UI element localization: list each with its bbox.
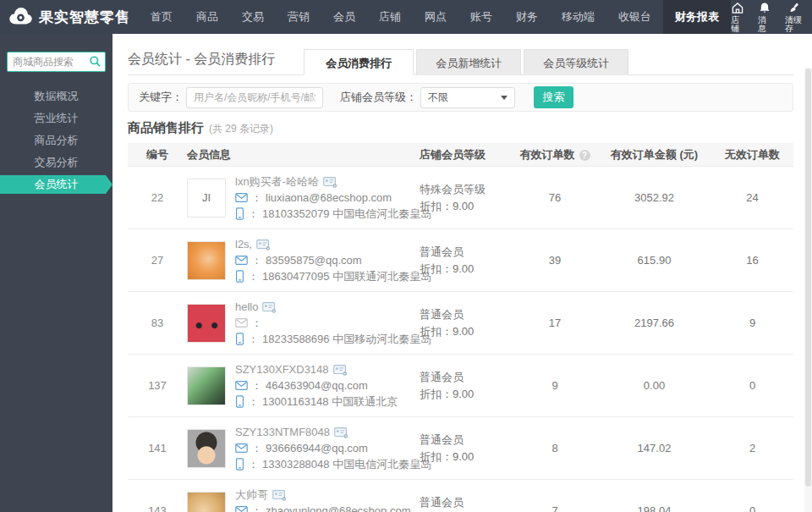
vertical-scrollbar[interactable]	[804, 68, 812, 512]
email-colon: ：	[251, 440, 262, 456]
sidebar-item[interactable]: 数据概况	[0, 87, 112, 106]
member-avatar	[187, 304, 226, 343]
invalid-orders-value: 16	[711, 254, 793, 267]
sidebar-item[interactable]: 交易分析	[0, 153, 112, 172]
nav-menu-item[interactable]: 财务	[504, 0, 550, 34]
nav-menu-item[interactable]: 财务报表	[663, 0, 731, 34]
member-phone: 13303288048 中国电信河北秦皇岛	[262, 456, 431, 472]
table-row: 137 SZY130XFXD3148	[128, 355, 793, 417]
help-icon[interactable]: ?	[579, 150, 590, 161]
grade-select[interactable]: 不限	[420, 87, 515, 108]
top-nav: 果实智慧零售 首页 商品 交易 营销 会员 店铺 网点 账号 财务 移动端 收银…	[0, 0, 812, 34]
invalid-orders-value: 24	[711, 191, 793, 204]
grade-discount: 折扣：9.00	[420, 386, 513, 403]
scrollbar-thumb[interactable]	[805, 69, 811, 487]
email-colon: ：	[251, 190, 262, 206]
page-title: 会员统计 - 会员消费排行	[128, 51, 275, 69]
sidebar: 数据概况 营业统计 商品分析 交易分析 会员统计	[0, 34, 112, 512]
grade-discount: 折扣：9.00	[420, 449, 513, 465]
member-text: hello	[235, 299, 420, 347]
grade-cell: 普通会员 折扣：9.00	[420, 494, 513, 512]
table-row: 22 JI lxn购买者-哈哈哈	[128, 167, 793, 229]
sidebar-item[interactable]: 营业统计	[0, 109, 112, 128]
nav-menu-item[interactable]: 移动端	[550, 0, 606, 34]
nav-menu-item[interactable]: 会员	[321, 0, 367, 34]
member-id: 22	[128, 191, 187, 204]
shop-icon	[731, 2, 744, 14]
sidebar-item[interactable]: 商品分析	[0, 131, 112, 150]
member-card-icon[interactable]	[272, 489, 287, 501]
member-card-icon[interactable]	[323, 176, 337, 188]
valid-amount-value: 615.90	[597, 254, 711, 267]
grade-cell: 普通会员 折扣：9.00	[420, 369, 513, 403]
member-name: SZY130XFXD3148	[235, 361, 329, 377]
nav-menu-item[interactable]: 店铺	[367, 0, 413, 34]
tab[interactable]: 会员等级统计	[524, 49, 628, 75]
email-icon	[235, 318, 248, 328]
nav-menu-item[interactable]: 首页	[139, 0, 184, 34]
shop-tool[interactable]: 店铺	[731, 2, 744, 33]
table-title-row: 商品销售排行 (共 29 条记录)	[128, 120, 793, 136]
column-member: 会员信息	[187, 147, 420, 162]
grade-cell: 普通会员 折扣：9.00	[420, 306, 513, 340]
brand-cloud-icon	[7, 4, 34, 30]
member-name: 大帅哥	[235, 487, 268, 503]
keyword-label: 关键字：	[139, 90, 183, 105]
brand[interactable]: 果实智慧零售	[0, 0, 139, 34]
grade-name: 普通会员	[420, 494, 513, 511]
member-phone: 18103352079 中国电信河北秦皇岛	[262, 206, 431, 222]
search-button[interactable]: 搜索	[534, 86, 573, 108]
member-id: 143	[128, 504, 187, 512]
email-colon: ：	[251, 503, 262, 512]
nav-menu-item[interactable]: 交易	[230, 0, 276, 34]
member-card-icon[interactable]	[262, 301, 277, 313]
grade-cell: 普通会员 折扣：9.00	[420, 244, 513, 278]
member-phone: 18233588696 中国移动河北秦皇岛	[262, 331, 431, 347]
member-phone: 18630477095 中国联通河北秦皇岛	[262, 268, 431, 284]
email-icon	[235, 256, 248, 265]
member-card-icon[interactable]	[256, 239, 271, 250]
tabs: 会员消费排行 会员新增统计 会员等级统计	[304, 49, 631, 75]
member-email: 936666944@qq.com	[266, 440, 368, 456]
message-tool[interactable]: 消息	[758, 2, 771, 33]
grade-select-value: 不限	[428, 91, 448, 105]
member-card-icon[interactable]	[333, 364, 348, 376]
invalid-orders-value: 0	[711, 504, 793, 512]
member-info-cell: SZY130XFXD3148	[187, 355, 420, 416]
table-row: 141 SZY133NTMF8048	[128, 417, 793, 480]
valid-orders-value: 76	[513, 191, 597, 204]
avatar-image	[188, 242, 225, 279]
grade-discount: 折扣：9.00	[420, 261, 513, 278]
member-avatar	[187, 429, 226, 468]
nav-menu-item[interactable]: 收银台	[606, 0, 663, 34]
tab[interactable]: 会员新增统计	[416, 49, 521, 75]
nav-menu-item[interactable]: 营销	[276, 0, 321, 34]
member-info-cell: 大帅哥	[187, 480, 420, 512]
column-valid-orders: 有效订单数?	[513, 147, 597, 162]
member-text: SZY130XFXD3148	[235, 361, 398, 410]
nav-menu-item[interactable]: 账号	[458, 0, 504, 34]
message-tool-label: 消息	[758, 16, 771, 33]
keyword-input[interactable]	[186, 87, 323, 108]
email-icon	[235, 443, 248, 453]
valid-orders-value: 9	[513, 379, 597, 392]
nav-menu-item[interactable]: 网点	[413, 0, 458, 34]
valid-amount-value: 2197.66	[597, 317, 711, 329]
message-icon	[758, 2, 771, 14]
valid-amount-value: 3052.92	[597, 191, 711, 204]
column-id: 编号	[128, 147, 187, 162]
table-row: 27 l2s,	[128, 229, 793, 292]
table-row: 143 大帅哥	[128, 480, 793, 512]
email-icon	[235, 193, 248, 202]
shop-tool-label: 店铺	[731, 16, 744, 33]
brand-title: 果实智慧零售	[39, 8, 130, 27]
member-info-cell: SZY133NTMF8048	[187, 417, 420, 479]
member-card-icon[interactable]	[334, 427, 348, 438]
search-icon[interactable]	[89, 55, 102, 71]
phone-icon	[235, 333, 244, 345]
phone-colon: ：	[248, 331, 259, 347]
sidebar-item[interactable]: 会员统计	[0, 175, 112, 194]
nav-menu-item[interactable]: 商品	[184, 0, 230, 34]
clear-cache-tool[interactable]: 清缓存	[785, 2, 804, 33]
tab[interactable]: 会员消费排行	[304, 49, 414, 75]
